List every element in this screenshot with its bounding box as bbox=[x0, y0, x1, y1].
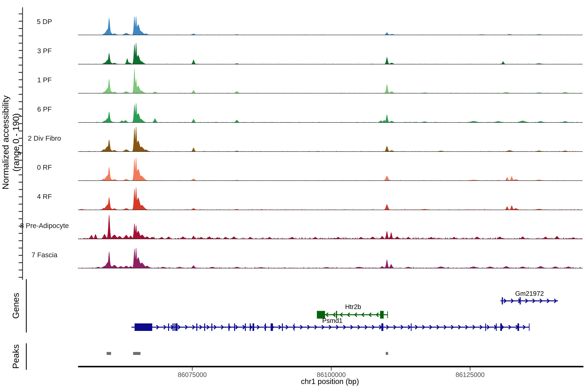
gene-exon bbox=[387, 311, 388, 318]
track-label: 2 Div Fibro bbox=[28, 134, 61, 142]
track-signal bbox=[78, 248, 582, 268]
gene-exon bbox=[496, 324, 497, 331]
gene-exon bbox=[172, 324, 173, 331]
track-4-rf bbox=[78, 188, 582, 210]
gene-exon bbox=[518, 324, 519, 331]
peak-region-box bbox=[386, 352, 388, 355]
gene-exon bbox=[520, 297, 521, 304]
peak-regions bbox=[107, 352, 388, 355]
track-label: 6 PF bbox=[37, 105, 52, 113]
x-tick-label: 86125000 bbox=[456, 371, 484, 378]
track-label: 3 PF bbox=[37, 47, 52, 55]
track-signal bbox=[78, 214, 582, 239]
x-tick-label: 86100000 bbox=[317, 371, 346, 378]
gene-exon bbox=[411, 324, 412, 331]
gene-exon bbox=[380, 311, 384, 319]
track-1-pf bbox=[78, 69, 582, 94]
gene-exon bbox=[204, 324, 205, 331]
gene-exon bbox=[252, 324, 254, 331]
track-5-dp bbox=[78, 16, 582, 35]
track-3-pf bbox=[78, 43, 582, 64]
gene-label: Psmd1 bbox=[322, 317, 343, 324]
track-label: 4 RF bbox=[37, 193, 52, 200]
track-7-fascia bbox=[78, 248, 582, 268]
gene-exon bbox=[211, 324, 212, 331]
plot-canvas bbox=[0, 0, 588, 392]
track-label: 0 RF bbox=[37, 164, 52, 171]
y-axis-title-line1: Normalized accessibility bbox=[0, 96, 11, 190]
x-axis-line bbox=[78, 366, 584, 367]
track-signal bbox=[78, 43, 582, 64]
peaks-section-label: Peaks bbox=[10, 344, 21, 369]
gene-exon bbox=[168, 324, 169, 331]
genome-browser-figure: Normalized accessibility (range 0 - 190)… bbox=[0, 0, 588, 392]
gene-exon bbox=[500, 324, 502, 331]
gene-exon bbox=[271, 324, 273, 331]
x-axis bbox=[78, 366, 584, 370]
gene-exon bbox=[529, 324, 530, 331]
gene-exon bbox=[196, 324, 197, 331]
gene-exon bbox=[265, 324, 266, 331]
peak-region-box bbox=[107, 352, 111, 355]
gene-exon bbox=[174, 324, 174, 331]
gene-gm21972-model bbox=[500, 297, 558, 304]
y-axis-title: Normalized accessibility (range 0 - 190) bbox=[0, 96, 21, 190]
track-label: 8 Pre-Adipocyte bbox=[20, 222, 69, 230]
track-signal bbox=[78, 188, 582, 210]
x-tick-label: 86075000 bbox=[178, 371, 207, 378]
gene-label: Htr2b bbox=[345, 303, 361, 310]
gene-psmd1-model bbox=[132, 324, 530, 331]
peak-region-box bbox=[133, 352, 140, 355]
gene-exon bbox=[294, 324, 294, 331]
track-signal bbox=[78, 103, 582, 122]
track-signal bbox=[78, 69, 582, 94]
track-0-rf bbox=[78, 158, 582, 181]
gene-exon bbox=[134, 324, 152, 331]
gene-exon bbox=[234, 324, 235, 331]
track-signal bbox=[78, 158, 582, 181]
track-2-div-fibro bbox=[78, 127, 582, 152]
track-8-pre-adipocyte bbox=[78, 214, 582, 239]
gene-exon bbox=[502, 297, 503, 304]
track-signal bbox=[78, 127, 582, 152]
gene-exon bbox=[245, 324, 246, 331]
gene-exon bbox=[382, 324, 383, 331]
gene-exon bbox=[228, 324, 230, 331]
gene-label: Gm21972 bbox=[515, 290, 544, 297]
track-label: 5 DP bbox=[37, 18, 52, 26]
y-axis-title-line2: (range 0 - 190) bbox=[11, 96, 21, 190]
genes-section-label: Genes bbox=[10, 293, 21, 319]
track-signal bbox=[78, 16, 582, 35]
gene-exon bbox=[485, 324, 486, 331]
gene-exon bbox=[250, 324, 251, 331]
track-label: 7 Fascia bbox=[32, 251, 58, 259]
gene-exon bbox=[282, 324, 283, 331]
track-label: 1 PF bbox=[37, 76, 52, 84]
track-6-pf bbox=[78, 103, 582, 122]
gene-exon bbox=[175, 324, 178, 331]
